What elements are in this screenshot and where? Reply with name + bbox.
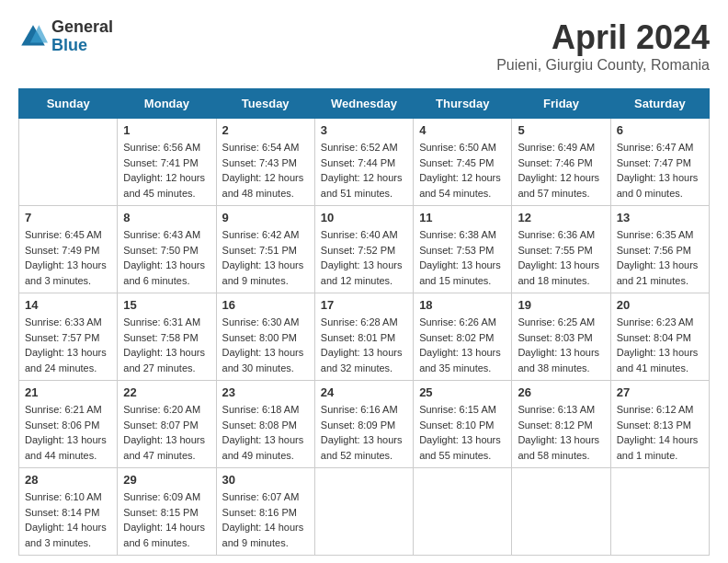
calendar-cell: 5Sunrise: 6:49 AM Sunset: 7:46 PM Daylig… [512,119,610,206]
day-number: 26 [518,385,604,399]
day-info: Sunrise: 6:42 AM Sunset: 7:51 PM Dayligh… [222,227,309,288]
month-title: April 2024 [496,18,710,57]
day-number: 11 [419,211,506,224]
calendar-cell: 26Sunrise: 6:13 AM Sunset: 8:12 PM Dayli… [512,381,610,468]
day-number: 13 [617,211,703,224]
logo-blue-text: Blue [51,37,113,55]
calendar-header: SundayMondayTuesdayWednesdayThursdayFrid… [19,89,710,119]
calendar-cell: 11Sunrise: 6:38 AM Sunset: 7:53 PM Dayli… [414,206,512,293]
day-info: Sunrise: 6:54 AM Sunset: 7:43 PM Dayligh… [222,140,309,201]
calendar-cell [19,119,118,206]
page-header: General Blue April 2024 Puieni, Giurgiu … [18,18,710,74]
calendar-cell: 1Sunrise: 6:56 AM Sunset: 7:41 PM Daylig… [118,119,216,206]
day-info: Sunrise: 6:28 AM Sunset: 8:01 PM Dayligh… [321,315,407,375]
day-number: 1 [123,123,210,137]
day-number: 3 [321,123,407,137]
day-number: 8 [123,211,210,224]
day-number: 6 [617,123,703,137]
calendar-cell: 24Sunrise: 6:16 AM Sunset: 8:09 PM Dayli… [314,381,413,468]
logo-general-text: General [51,18,113,37]
day-info: Sunrise: 6:18 AM Sunset: 8:08 PM Dayligh… [222,402,309,463]
day-info: Sunrise: 6:38 AM Sunset: 7:53 PM Dayligh… [419,227,506,288]
day-number: 12 [518,211,604,224]
day-number: 20 [617,298,703,312]
day-info: Sunrise: 6:56 AM Sunset: 7:41 PM Dayligh… [123,140,210,201]
days-of-week-row: SundayMondayTuesdayWednesdayThursdayFrid… [19,89,710,119]
calendar-cell: 4Sunrise: 6:50 AM Sunset: 7:45 PM Daylig… [414,119,512,206]
day-info: Sunrise: 6:30 AM Sunset: 8:00 PM Dayligh… [222,315,309,375]
day-of-week-header: Sunday [19,89,118,119]
calendar-cell: 29Sunrise: 6:09 AM Sunset: 8:15 PM Dayli… [118,468,216,556]
day-number: 10 [321,211,407,224]
calendar-cell: 28Sunrise: 6:10 AM Sunset: 8:14 PM Dayli… [19,468,118,556]
calendar-table: SundayMondayTuesdayWednesdayThursdayFrid… [18,88,710,556]
calendar-body: 1Sunrise: 6:56 AM Sunset: 7:41 PM Daylig… [19,119,710,556]
day-info: Sunrise: 6:23 AM Sunset: 8:04 PM Dayligh… [617,315,703,375]
calendar-cell: 9Sunrise: 6:42 AM Sunset: 7:51 PM Daylig… [216,206,314,293]
calendar-cell: 2Sunrise: 6:54 AM Sunset: 7:43 PM Daylig… [216,119,314,206]
calendar-cell [314,468,413,556]
day-info: Sunrise: 6:43 AM Sunset: 7:50 PM Dayligh… [123,227,210,288]
day-info: Sunrise: 6:25 AM Sunset: 8:03 PM Dayligh… [518,315,604,375]
calendar-cell: 23Sunrise: 6:18 AM Sunset: 8:08 PM Dayli… [216,381,314,468]
day-info: Sunrise: 6:50 AM Sunset: 7:45 PM Dayligh… [419,140,506,201]
calendar-cell: 6Sunrise: 6:47 AM Sunset: 7:47 PM Daylig… [610,119,709,206]
day-info: Sunrise: 6:36 AM Sunset: 7:55 PM Dayligh… [518,227,604,288]
calendar-cell: 18Sunrise: 6:26 AM Sunset: 8:02 PM Dayli… [414,293,512,381]
day-number: 21 [25,385,111,399]
location: Puieni, Giurgiu County, Romania [496,57,710,74]
day-info: Sunrise: 6:07 AM Sunset: 8:16 PM Dayligh… [222,489,309,550]
calendar-cell: 22Sunrise: 6:20 AM Sunset: 8:07 PM Dayli… [118,381,216,468]
calendar-cell: 7Sunrise: 6:45 AM Sunset: 7:49 PM Daylig… [19,206,118,293]
day-number: 25 [419,385,506,399]
logo-icon [18,22,48,52]
day-number: 29 [123,473,210,487]
day-number: 5 [518,123,604,137]
day-info: Sunrise: 6:45 AM Sunset: 7:49 PM Dayligh… [25,227,111,288]
calendar-cell [414,468,512,556]
calendar-cell: 8Sunrise: 6:43 AM Sunset: 7:50 PM Daylig… [118,206,216,293]
calendar-week-row: 21Sunrise: 6:21 AM Sunset: 8:06 PM Dayli… [19,381,710,468]
day-of-week-header: Tuesday [216,89,314,119]
calendar-cell: 15Sunrise: 6:31 AM Sunset: 7:58 PM Dayli… [118,293,216,381]
day-info: Sunrise: 6:13 AM Sunset: 8:12 PM Dayligh… [518,402,604,463]
day-number: 16 [222,298,309,312]
day-number: 9 [222,211,309,224]
day-info: Sunrise: 6:47 AM Sunset: 7:47 PM Dayligh… [617,140,703,201]
day-info: Sunrise: 6:21 AM Sunset: 8:06 PM Dayligh… [25,402,111,463]
calendar-cell: 12Sunrise: 6:36 AM Sunset: 7:55 PM Dayli… [512,206,610,293]
day-of-week-header: Thursday [414,89,512,119]
logo: General Blue [18,18,113,55]
calendar-cell [610,468,709,556]
day-info: Sunrise: 6:15 AM Sunset: 8:10 PM Dayligh… [419,402,506,463]
day-number: 19 [518,298,604,312]
day-number: 22 [123,385,210,399]
day-number: 23 [222,385,309,399]
day-info: Sunrise: 6:26 AM Sunset: 8:02 PM Dayligh… [419,315,506,375]
calendar-cell: 19Sunrise: 6:25 AM Sunset: 8:03 PM Dayli… [512,293,610,381]
calendar-cell: 25Sunrise: 6:15 AM Sunset: 8:10 PM Dayli… [414,381,512,468]
logo-text: General Blue [51,18,113,55]
day-number: 4 [419,123,506,137]
day-of-week-header: Monday [118,89,216,119]
calendar-cell: 3Sunrise: 6:52 AM Sunset: 7:44 PM Daylig… [314,119,413,206]
day-info: Sunrise: 6:40 AM Sunset: 7:52 PM Dayligh… [321,227,407,288]
title-section: April 2024 Puieni, Giurgiu County, Roman… [496,18,710,74]
calendar-cell: 16Sunrise: 6:30 AM Sunset: 8:00 PM Dayli… [216,293,314,381]
calendar-cell: 30Sunrise: 6:07 AM Sunset: 8:16 PM Dayli… [216,468,314,556]
day-info: Sunrise: 6:20 AM Sunset: 8:07 PM Dayligh… [123,402,210,463]
day-of-week-header: Saturday [610,89,709,119]
day-number: 17 [321,298,407,312]
calendar-week-row: 1Sunrise: 6:56 AM Sunset: 7:41 PM Daylig… [19,119,710,206]
calendar-cell: 20Sunrise: 6:23 AM Sunset: 8:04 PM Dayli… [610,293,709,381]
day-number: 27 [617,385,703,399]
calendar-cell: 21Sunrise: 6:21 AM Sunset: 8:06 PM Dayli… [19,381,118,468]
day-info: Sunrise: 6:33 AM Sunset: 7:57 PM Dayligh… [25,315,111,375]
day-number: 7 [25,211,111,224]
calendar-cell: 10Sunrise: 6:40 AM Sunset: 7:52 PM Dayli… [314,206,413,293]
day-info: Sunrise: 6:31 AM Sunset: 7:58 PM Dayligh… [123,315,210,375]
day-number: 14 [25,298,111,312]
day-info: Sunrise: 6:16 AM Sunset: 8:09 PM Dayligh… [321,402,407,463]
day-of-week-header: Wednesday [314,89,413,119]
calendar-week-row: 14Sunrise: 6:33 AM Sunset: 7:57 PM Dayli… [19,293,710,381]
